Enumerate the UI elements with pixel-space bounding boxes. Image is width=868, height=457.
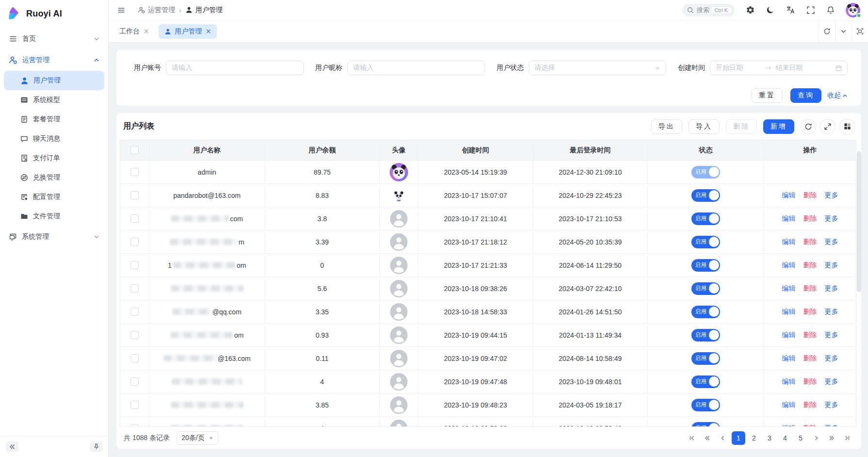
maximize-icon[interactable] — [852, 20, 868, 42]
row-checkbox[interactable] — [120, 324, 149, 347]
status-toggle[interactable]: 启用 — [691, 259, 720, 272]
column-header[interactable]: 用户名称 — [149, 140, 265, 161]
sidebar-item-pay-orders[interactable]: 支付订单 — [4, 148, 104, 168]
status-toggle[interactable]: 启用 — [691, 212, 720, 225]
status-toggle[interactable]: 启用 — [691, 282, 720, 295]
refresh-icon[interactable] — [819, 20, 835, 42]
edit-link[interactable]: 编辑 — [782, 261, 796, 270]
next-page-button[interactable] — [809, 431, 823, 445]
delete-link[interactable]: 删除 — [803, 377, 817, 386]
more-link[interactable]: 更多 — [825, 238, 838, 246]
column-header[interactable]: 状态 — [648, 140, 764, 161]
edit-link[interactable]: 编辑 — [782, 238, 796, 246]
tab-workbench[interactable]: 工作台 — [115, 24, 154, 39]
status-toggle[interactable]: 启用 — [691, 189, 720, 202]
expand-icon[interactable] — [820, 119, 835, 134]
delete-link[interactable]: 删除 — [803, 308, 817, 316]
status-toggle[interactable]: 启用 — [691, 236, 720, 248]
sidebar-item-package-mgmt[interactable]: 套餐管理 — [4, 110, 104, 129]
bell-icon[interactable] — [826, 6, 835, 15]
filter-input-0[interactable]: 请输入 — [166, 61, 304, 75]
delete-link[interactable]: 删除 — [803, 261, 817, 270]
page-button-2[interactable]: 2 — [747, 431, 761, 445]
more-link[interactable]: 更多 — [825, 331, 838, 340]
edit-link[interactable]: 编辑 — [782, 284, 796, 293]
status-toggle[interactable]: 启用 — [691, 329, 720, 342]
edit-link[interactable]: 编辑 — [782, 191, 796, 200]
collapse-sidebar-button[interactable] — [6, 441, 18, 452]
select-all-checkbox[interactable] — [120, 140, 149, 161]
back-5-pages-button[interactable] — [701, 431, 714, 445]
page-button-3[interactable]: 3 — [763, 431, 776, 445]
app-logo[interactable]: Ruoyi AI — [0, 0, 108, 27]
add-button[interactable]: 新增 — [763, 119, 794, 134]
chevron-down-icon[interactable] — [835, 20, 852, 42]
row-checkbox[interactable] — [120, 417, 149, 427]
more-link[interactable]: 更多 — [825, 261, 838, 270]
filter-input-1[interactable]: 请输入 — [347, 61, 485, 75]
row-checkbox[interactable] — [120, 393, 149, 417]
row-checkbox[interactable] — [120, 300, 149, 324]
delete-link[interactable]: 删除 — [803, 191, 817, 200]
column-header[interactable]: 创建时间 — [418, 140, 533, 161]
delete-link[interactable]: 删除 — [803, 331, 817, 340]
query-button[interactable]: 查询 — [790, 88, 821, 103]
row-checkbox[interactable] — [120, 161, 149, 184]
status-toggle[interactable]: 启用 — [691, 375, 720, 388]
filter-daterange[interactable]: 开始日期结束日期 — [710, 61, 848, 75]
table-scrollbar[interactable] — [857, 141, 861, 427]
sidebar-item-operations[interactable]: 运营管理 — [4, 49, 104, 71]
delete-link[interactable]: 删除 — [803, 238, 817, 246]
fullscreen-icon[interactable] — [806, 6, 815, 15]
sidebar-item-model-mgmt[interactable]: 系统模型 — [4, 90, 104, 110]
more-link[interactable]: 更多 — [825, 191, 838, 200]
breadcrumb-section[interactable]: 运营管理 — [148, 6, 175, 15]
page-button-1[interactable]: 1 — [732, 431, 745, 445]
more-link[interactable]: 更多 — [825, 308, 838, 316]
filter-select-2[interactable]: 请选择 — [529, 61, 667, 75]
reset-button[interactable]: 重置 — [752, 88, 783, 103]
edit-link[interactable]: 编辑 — [782, 331, 796, 340]
status-toggle[interactable]: 启用 — [691, 352, 720, 365]
sidebar-item-home[interactable]: 首页 — [4, 28, 104, 49]
column-header[interactable]: 用户余额 — [265, 140, 380, 161]
delete-link[interactable]: 删除 — [803, 354, 817, 363]
status-toggle[interactable]: 启用 — [691, 306, 720, 318]
row-checkbox[interactable] — [120, 347, 149, 370]
close-icon[interactable] — [144, 29, 149, 34]
delete-link[interactable]: 删除 — [803, 284, 817, 293]
sidebar-item-user-mgmt[interactable]: 用户管理 — [4, 71, 104, 90]
sidebar-item-redeem-mgmt[interactable]: 兑换管理 — [4, 168, 104, 187]
user-avatar[interactable] — [846, 3, 860, 17]
edit-link[interactable]: 编辑 — [782, 354, 796, 363]
page-size-select[interactable]: 20条/页 — [177, 431, 218, 445]
sidebar-item-config-mgmt[interactable]: 配置管理 — [4, 187, 104, 207]
refresh-icon[interactable] — [801, 119, 816, 134]
tab-user-mgmt[interactable]: 用户管理 — [159, 24, 217, 39]
edit-link[interactable]: 编辑 — [782, 214, 796, 223]
delete-link[interactable]: 删除 — [803, 401, 817, 409]
sidebar-item-chat-messages[interactable]: 聊天消息 — [4, 129, 104, 148]
row-checkbox[interactable] — [120, 184, 149, 207]
edit-link[interactable]: 编辑 — [782, 401, 796, 409]
sidebar-item-file-mgmt[interactable]: 文件管理 — [4, 207, 104, 226]
delete-button[interactable]: 删除 — [726, 119, 757, 134]
moon-icon[interactable] — [766, 6, 775, 15]
last-page-button[interactable] — [840, 431, 854, 445]
page-button-5[interactable]: 5 — [794, 431, 807, 445]
scrollbar-thumb[interactable] — [857, 151, 861, 292]
status-toggle[interactable]: 启用 — [691, 399, 720, 411]
row-checkbox[interactable] — [120, 230, 149, 254]
edit-link[interactable]: 编辑 — [782, 308, 796, 316]
page-button-4[interactable]: 4 — [778, 431, 792, 445]
column-header[interactable]: 头像 — [380, 140, 418, 161]
delete-link[interactable]: 删除 — [803, 214, 817, 223]
more-link[interactable]: 更多 — [825, 354, 838, 363]
prev-page-button[interactable] — [716, 431, 730, 445]
more-link[interactable]: 更多 — [825, 377, 838, 386]
hamburger-menu-icon[interactable] — [117, 6, 125, 14]
status-toggle[interactable]: 启用 — [691, 422, 720, 427]
collapse-filter-link[interactable]: 收起 — [827, 91, 848, 100]
edit-link[interactable]: 编辑 — [782, 377, 796, 386]
translate-icon[interactable] — [786, 5, 795, 15]
